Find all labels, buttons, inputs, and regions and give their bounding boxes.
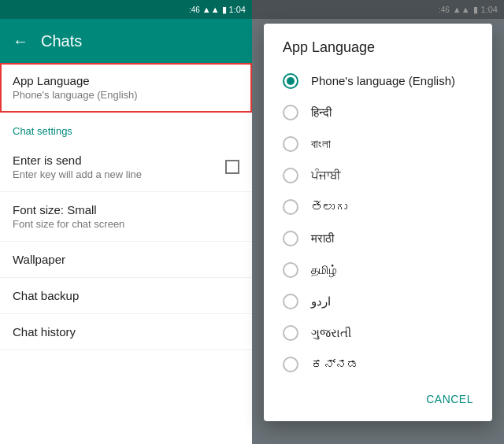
- network-icon: :46: [189, 6, 200, 14]
- radio-tamil: [283, 262, 298, 278]
- chat-backup-item[interactable]: Chat backup: [0, 278, 252, 314]
- enter-is-send-subtitle: Enter key will add a new line: [13, 168, 142, 180]
- dialog-actions: CANCEL: [264, 380, 492, 421]
- enter-is-send-text: Enter is send Enter key will add a new l…: [13, 154, 142, 180]
- enter-is-send-row: Enter is send Enter key will add a new l…: [13, 154, 239, 180]
- dialog-options-list: Phone's language (English) हिन्दी বাংলা …: [264, 65, 492, 380]
- dialog-overlay: App Language Phone's language (English) …: [252, 0, 504, 444]
- language-option-english[interactable]: Phone's language (English): [264, 65, 492, 97]
- language-option-punjabi[interactable]: ਪੰਜਾਬੀ: [264, 160, 492, 191]
- app-language-dialog: App Language Phone's language (English) …: [264, 24, 492, 421]
- language-label-english: Phone's language (English): [311, 74, 455, 87]
- enter-is-send-title: Enter is send: [13, 154, 142, 167]
- language-option-marathi[interactable]: मराठी: [264, 223, 492, 254]
- chat-history-title: Chat history: [13, 325, 239, 339]
- chat-history-item[interactable]: Chat history: [0, 314, 252, 350]
- font-size-item[interactable]: Font size: Small Font size for chat scre…: [0, 192, 252, 242]
- toolbar-title: Chats: [41, 32, 82, 50]
- language-label-urdu: اردو: [311, 294, 331, 309]
- left-panel: :46 ▲▲ ▮ 1:04 ← Chats App Language Phone…: [0, 0, 252, 444]
- language-option-bangla[interactable]: বাংলা: [264, 128, 492, 160]
- language-option-kannada[interactable]: ಕನ್ನಡ: [264, 349, 492, 380]
- radio-punjabi: [283, 168, 298, 183]
- chat-settings-header: Chat settings: [0, 113, 252, 142]
- chat-settings-label: Chat settings: [13, 125, 72, 137]
- font-size-title: Font size: Small: [13, 203, 239, 216]
- back-button[interactable]: ←: [13, 32, 28, 50]
- right-panel: :46 ▲▲ ▮ 1:04 App Language Phone's langu…: [252, 0, 504, 444]
- dialog-title: App Language: [264, 39, 492, 65]
- language-option-hindi[interactable]: हिन्दी: [264, 97, 492, 128]
- radio-bangla: [283, 136, 298, 152]
- language-label-tamil: தமிழ்: [311, 263, 337, 277]
- wallpaper-item[interactable]: Wallpaper: [0, 242, 252, 278]
- app-language-item[interactable]: App Language Phone's language (English): [0, 63, 252, 113]
- radio-telugu: [283, 199, 298, 215]
- language-label-hindi: हिन्दी: [311, 105, 332, 120]
- enter-is-send-checkbox[interactable]: [225, 160, 239, 174]
- language-option-tamil[interactable]: தமிழ்: [264, 254, 492, 286]
- language-option-urdu[interactable]: اردو: [264, 286, 492, 317]
- left-time: 1:04: [229, 5, 246, 14]
- left-status-bar: :46 ▲▲ ▮ 1:04: [0, 0, 252, 19]
- language-label-gujarati: ગુજરાતી: [311, 326, 351, 340]
- language-label-bangla: বাংলা: [311, 137, 331, 151]
- cancel-button[interactable]: CANCEL: [420, 387, 480, 412]
- radio-english: [283, 73, 298, 89]
- radio-urdu: [283, 294, 298, 309]
- app-language-subtitle: Phone's language (English): [13, 89, 239, 101]
- font-size-subtitle: Font size for chat screen: [13, 218, 239, 230]
- signal-bars: ▲▲: [202, 5, 220, 14]
- app-language-title: App Language: [13, 74, 239, 87]
- wallpaper-title: Wallpaper: [13, 253, 239, 266]
- language-option-gujarati[interactable]: ગુજરાતી: [264, 317, 492, 349]
- radio-hindi: [283, 105, 298, 120]
- language-label-marathi: मराठी: [311, 231, 334, 246]
- left-status-icons: :46 ▲▲ ▮ 1:04: [189, 5, 246, 15]
- language-label-punjabi: ਪੰਜਾਬੀ: [311, 168, 341, 183]
- settings-list: App Language Phone's language (English) …: [0, 63, 252, 444]
- radio-marathi: [283, 231, 298, 246]
- chat-backup-title: Chat backup: [13, 289, 239, 302]
- language-label-kannada: ಕನ್ನಡ: [311, 357, 359, 371]
- battery-left: ▮: [222, 5, 227, 15]
- left-toolbar: ← Chats: [0, 19, 252, 63]
- language-option-telugu[interactable]: తెలుగు: [264, 191, 492, 223]
- radio-kannada: [283, 357, 298, 372]
- radio-gujarati: [283, 325, 298, 341]
- enter-is-send-item[interactable]: Enter is send Enter key will add a new l…: [0, 142, 252, 192]
- language-label-telugu: తెలుగు: [311, 200, 347, 213]
